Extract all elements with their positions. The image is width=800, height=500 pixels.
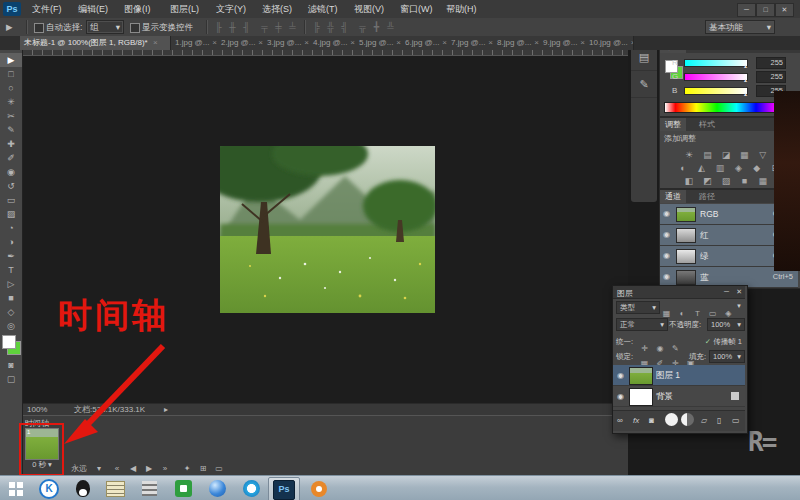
play-button[interactable]: ▶: [142, 463, 156, 475]
filter-funnel-icon[interactable]: ▼: [736, 303, 742, 309]
dodge-tool[interactable]: ◑: [0, 235, 22, 249]
auto-select-checkbox[interactable]: [34, 23, 44, 33]
layer-style-fx-icon[interactable]: fx: [633, 416, 639, 425]
doc-tab-7[interactable]: 7.jpg @...×: [447, 36, 494, 50]
propagate-check-icon[interactable]: ✓: [705, 337, 711, 346]
type-tool[interactable]: T: [0, 263, 22, 277]
maximize-button[interactable]: □: [756, 3, 775, 17]
doc-tab-10[interactable]: 10.jpg @...×: [585, 36, 634, 50]
menu-edit[interactable]: 编辑(E): [72, 0, 114, 18]
menu-select[interactable]: 选择(S): [256, 0, 298, 18]
align-left-icon[interactable]: ╟: [212, 21, 225, 33]
loop-count-dropdown[interactable]: 永远: [66, 463, 92, 475]
layer-row-background[interactable]: ◉ 背景: [613, 386, 745, 407]
visibility-eye-icon[interactable]: ◉: [663, 230, 670, 239]
red-slider[interactable]: [684, 59, 748, 67]
align-vcenter-icon[interactable]: ╪: [272, 21, 285, 33]
taskbar-browser[interactable]: [202, 477, 232, 500]
eyedropper-tool[interactable]: ✎: [0, 123, 22, 137]
doc-tab-3[interactable]: 3.jpg @...×: [263, 36, 310, 50]
new-group-icon[interactable]: ▱: [701, 416, 707, 425]
tab-styles[interactable]: 样式: [694, 118, 720, 131]
visibility-eye-icon[interactable]: ◉: [663, 209, 670, 218]
tab-adjustments[interactable]: 调整: [660, 118, 686, 131]
threshold-adjustment-icon[interactable]: ▨: [719, 175, 733, 187]
shape-tool[interactable]: ■: [0, 291, 22, 305]
visibility-eye-icon[interactable]: ◉: [663, 272, 670, 281]
show-transform-checkbox[interactable]: [130, 23, 140, 33]
screen-mode-button[interactable]: ▢: [0, 372, 22, 386]
tab-paths[interactable]: 路径: [694, 190, 720, 203]
marquee-tool[interactable]: □: [0, 67, 22, 81]
tab-channels[interactable]: 通道: [660, 190, 686, 203]
delete-layer-icon[interactable]: ▭: [732, 416, 740, 425]
taskbar-grid-app[interactable]: [134, 477, 164, 500]
auto-select-scope-dropdown[interactable]: 组 ▾: [86, 20, 124, 34]
align-hcenter-icon[interactable]: ╫: [226, 21, 239, 33]
foreground-color-swatch[interactable]: [2, 335, 16, 349]
doc-tab-untitled[interactable]: 未标题-1 @ 100%(图层 1, RGB/8)* ×: [20, 36, 171, 50]
red-value-field[interactable]: 255: [756, 57, 786, 69]
doc-tab-4[interactable]: 4.jpg @...×: [309, 36, 356, 50]
taskbar-qq-browser[interactable]: [236, 477, 266, 500]
taskbar-k-app[interactable]: K: [34, 477, 64, 500]
crop-tool[interactable]: ✂: [0, 109, 22, 123]
distribute-hcenter-icon[interactable]: ╋: [370, 21, 383, 33]
fill-layer-icon[interactable]: [681, 413, 694, 426]
taskbar-photoshop-active[interactable]: Ps: [268, 477, 300, 500]
menu-file[interactable]: 文件(F): [26, 0, 68, 18]
menu-view[interactable]: 视图(V): [348, 0, 390, 18]
align-right-icon[interactable]: ╢: [240, 21, 253, 33]
menu-layer[interactable]: 图层(L): [164, 0, 205, 18]
quick-mask-button[interactable]: ◙: [0, 358, 22, 372]
selective-color-adjustment-icon[interactable]: ▦: [756, 175, 770, 187]
clone-stamp-tool[interactable]: ◉: [0, 165, 22, 179]
quick-select-tool[interactable]: ✳: [0, 95, 22, 109]
distribute-vcenter-icon[interactable]: ╬: [324, 21, 337, 33]
opacity-field[interactable]: 100% ▾: [707, 318, 745, 331]
distribute-left-icon[interactable]: ╦: [356, 21, 369, 33]
visibility-eye-icon[interactable]: ◉: [617, 392, 624, 401]
gradient-map-adjustment-icon[interactable]: ■: [737, 175, 751, 187]
move-tool[interactable]: ▶: [0, 53, 22, 67]
doc-tab-5[interactable]: 5.jpg @...×: [355, 36, 402, 50]
move-tool-preset-icon[interactable]: ▶: [6, 18, 13, 36]
visibility-eye-icon[interactable]: ◉: [617, 371, 624, 380]
posterize-adjustment-icon[interactable]: ◩: [700, 175, 714, 187]
taskbar-notepad[interactable]: [100, 477, 130, 500]
link-layers-icon[interactable]: ∞: [617, 416, 623, 425]
align-top-icon[interactable]: ╤: [258, 21, 271, 33]
propagate-frame-label[interactable]: 传播帧 1: [713, 337, 742, 347]
prev-frame-button[interactable]: ◀: [126, 463, 140, 475]
history-brush-tool[interactable]: ↺: [0, 179, 22, 193]
fill-field[interactable]: 100% ▾: [709, 350, 745, 363]
adjustment-layer-icon[interactable]: [665, 413, 678, 426]
taskbar-screenshot-tool[interactable]: [304, 477, 334, 500]
layer-mask-icon[interactable]: ◙: [649, 416, 654, 425]
workspace-switcher[interactable]: 基本功能 ▾: [705, 20, 775, 34]
gradient-tool[interactable]: ▨: [0, 207, 22, 221]
duplicate-frame-button[interactable]: ⊞: [196, 463, 210, 475]
taskbar-capture-app[interactable]: [168, 477, 198, 500]
minimize-icon[interactable]: ─: [724, 288, 729, 295]
distribute-top-icon[interactable]: ╠: [310, 21, 323, 33]
next-frame-button[interactable]: »: [158, 463, 172, 475]
windows-start-button[interactable]: [4, 477, 34, 500]
minimize-button[interactable]: ─: [737, 3, 756, 17]
slider-handle-icon[interactable]: ▴: [744, 76, 747, 83]
eraser-tool[interactable]: ▭: [0, 193, 22, 207]
blend-mode-dropdown[interactable]: 正常 ▾: [616, 318, 668, 331]
menu-help[interactable]: 帮助(H): [440, 0, 483, 18]
close-icon[interactable]: ✕: [736, 288, 742, 296]
collapsed-properties-panel-icon[interactable]: ✎: [631, 71, 657, 98]
close-icon[interactable]: ×: [631, 38, 634, 47]
layer-filter-dropdown[interactable]: 类型 ▾: [616, 301, 660, 314]
close-button[interactable]: ✕: [775, 3, 794, 17]
menu-window[interactable]: 窗口(W): [394, 0, 439, 18]
align-bottom-icon[interactable]: ╧: [286, 21, 299, 33]
brush-tool[interactable]: ✐: [0, 151, 22, 165]
doc-tab-1[interactable]: 1.jpg @...×: [171, 36, 218, 50]
doc-tab-8[interactable]: 8.jpg @...×: [493, 36, 540, 50]
doc-tab-2[interactable]: 2.jpg @...×: [217, 36, 264, 50]
green-value-field[interactable]: 255: [756, 71, 786, 83]
